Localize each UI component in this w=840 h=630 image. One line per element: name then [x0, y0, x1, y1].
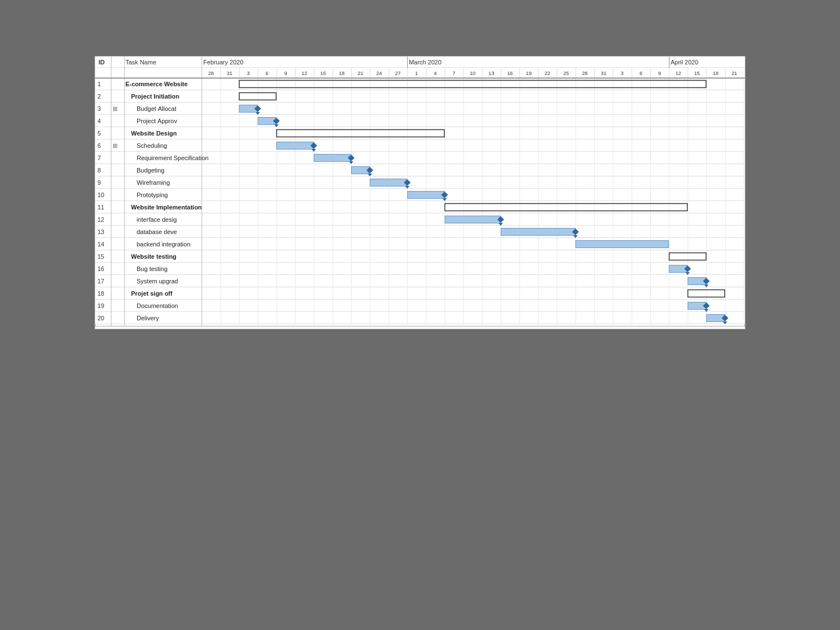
gantt-chart	[95, 57, 745, 326]
gantt-container	[95, 56, 745, 329]
